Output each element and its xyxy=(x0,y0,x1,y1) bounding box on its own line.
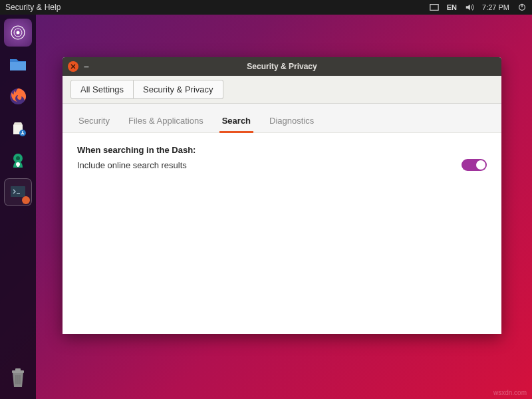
svg-point-5 xyxy=(17,31,20,35)
menu-help[interactable]: Help xyxy=(45,3,61,12)
top-menu-bar: Security & Help EN 7:27 PM xyxy=(0,0,532,15)
display-indicator-icon[interactable] xyxy=(430,3,439,12)
firefox-icon[interactable] xyxy=(4,82,32,110)
tab-bar: Security Files & Applications Search Dia… xyxy=(63,104,501,133)
dash-icon[interactable] xyxy=(4,19,32,47)
tab-security[interactable]: Security xyxy=(76,112,112,132)
software-icon[interactable] xyxy=(4,114,32,142)
settings-wrench-icon[interactable] xyxy=(4,146,32,174)
svg-rect-12 xyxy=(17,164,19,167)
volume-icon[interactable] xyxy=(465,3,474,12)
breadcrumb-current[interactable]: Security & Privacy xyxy=(134,80,223,99)
minimize-button[interactable]: – xyxy=(84,61,89,72)
window-titlebar[interactable]: – Security & Privacy xyxy=(63,57,501,76)
power-icon[interactable] xyxy=(517,3,527,12)
breadcrumb-toolbar: All Settings Security & Privacy xyxy=(63,76,501,104)
breadcrumb-all-settings[interactable]: All Settings xyxy=(70,80,134,99)
watermark: wsxdn.com xyxy=(493,389,527,396)
svg-rect-6 xyxy=(10,62,26,70)
tab-diagnostics[interactable]: Diagnostics xyxy=(267,112,317,132)
svg-rect-0 xyxy=(430,5,438,11)
option-label: Include online search results xyxy=(77,160,462,170)
toggle-knob xyxy=(476,160,485,170)
files-icon[interactable] xyxy=(4,51,32,78)
tab-content: When searching in the Dash: Include onli… xyxy=(63,133,501,334)
online-results-toggle[interactable] xyxy=(462,159,487,171)
close-button[interactable] xyxy=(68,61,78,72)
tab-files-applications[interactable]: Files & Applications xyxy=(126,112,206,132)
settings-window: – Security & Privacy All Settings Securi… xyxy=(63,57,501,334)
window-title: Security & Privacy xyxy=(63,62,501,71)
svg-rect-13 xyxy=(11,186,25,197)
alert-badge-icon xyxy=(22,196,30,204)
trash-icon[interactable] xyxy=(4,364,32,392)
menu-security[interactable]: Security & xyxy=(5,3,42,12)
option-row-online-results: Include online search results xyxy=(77,159,487,171)
clock[interactable]: 7:27 PM xyxy=(482,3,509,11)
tab-search[interactable]: Search xyxy=(219,112,253,132)
svg-point-10 xyxy=(16,156,20,160)
language-indicator[interactable]: EN xyxy=(447,3,457,11)
section-heading: When searching in the Dash: xyxy=(77,145,487,155)
terminal-icon[interactable] xyxy=(4,178,32,206)
unity-launcher xyxy=(0,15,36,399)
svg-rect-15 xyxy=(15,368,21,371)
